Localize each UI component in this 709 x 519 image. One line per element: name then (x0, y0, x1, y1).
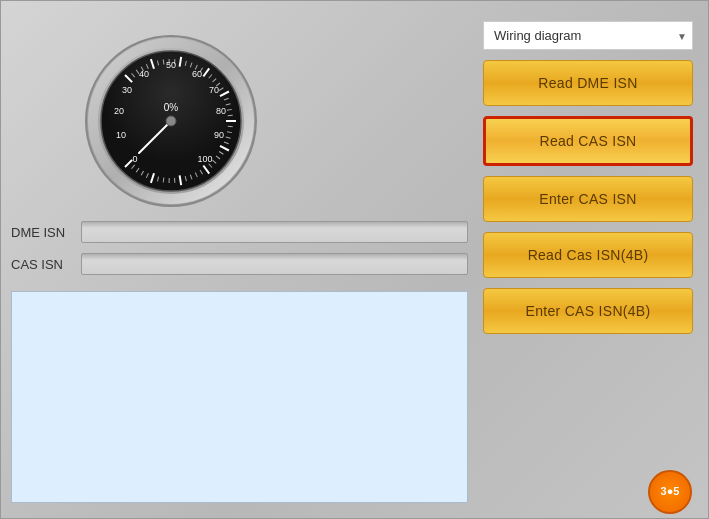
watermark-circle: 3●5 (648, 470, 692, 514)
enter-cas-isn-button[interactable]: Enter CAS ISN (483, 176, 693, 222)
svg-text:20: 20 (114, 106, 124, 116)
dme-isn-input[interactable] (81, 221, 468, 243)
svg-text:70: 70 (209, 85, 219, 95)
cas-isn-row: CAS ISN (11, 253, 468, 275)
wiring-diagram-dropdown-container[interactable]: Wiring diagramPinoutSchematic ▼ (483, 21, 693, 50)
svg-point-68 (166, 116, 176, 126)
speedometer-gauge: 0 10 20 30 40 50 60 (81, 31, 261, 211)
svg-text:0%: 0% (164, 102, 179, 113)
svg-text:80: 80 (216, 106, 226, 116)
svg-text:60: 60 (192, 69, 202, 79)
svg-text:50: 50 (166, 60, 176, 70)
svg-text:10: 10 (116, 130, 126, 140)
svg-text:90: 90 (214, 130, 224, 140)
cas-isn-label: CAS ISN (11, 257, 81, 272)
cas-isn-input[interactable] (81, 253, 468, 275)
svg-text:100: 100 (197, 154, 212, 164)
dme-isn-row: DME ISN (11, 221, 468, 243)
watermark-logo: 3●5 (648, 470, 700, 510)
watermark-text: 3●5 (661, 485, 680, 498)
read-cas-isn-4b-button[interactable]: Read Cas ISN(4B) (483, 232, 693, 278)
wiring-diagram-dropdown[interactable]: Wiring diagramPinoutSchematic (483, 21, 693, 50)
svg-text:0: 0 (132, 154, 137, 164)
gauge-container: 0 10 20 30 40 50 60 (61, 21, 281, 221)
log-area-container (11, 291, 468, 503)
main-background: 0 10 20 30 40 50 60 (0, 0, 709, 519)
log-textarea[interactable] (11, 291, 468, 503)
read-dme-isn-button[interactable]: Read DME ISN (483, 60, 693, 106)
svg-line-20 (163, 178, 164, 183)
svg-line-49 (163, 59, 164, 64)
fields-area: DME ISN CAS ISN (11, 221, 468, 285)
right-panel: Wiring diagramPinoutSchematic ▼ Read DME… (483, 21, 693, 334)
svg-text:30: 30 (122, 85, 132, 95)
dme-isn-label: DME ISN (11, 225, 81, 240)
enter-cas-isn-4b-button[interactable]: Enter CAS ISN(4B) (483, 288, 693, 334)
svg-text:40: 40 (139, 69, 149, 79)
read-cas-isn-button[interactable]: Read CAS ISN (483, 116, 693, 166)
